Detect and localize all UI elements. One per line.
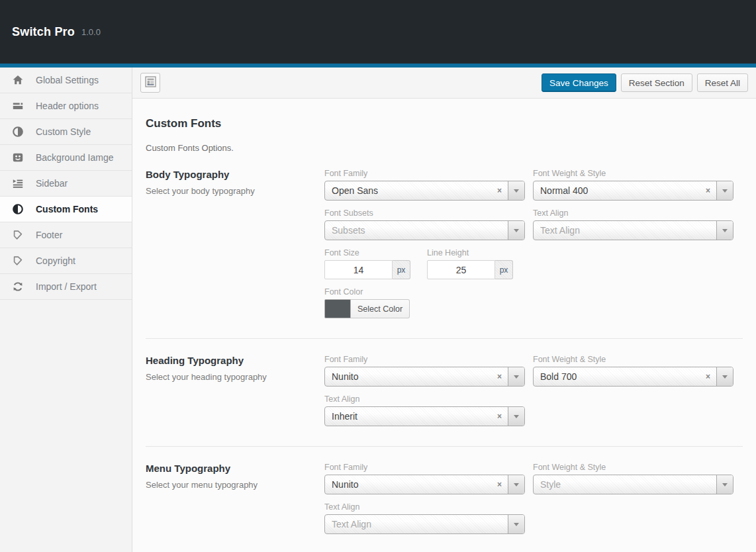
field-label: Font Color	[324, 287, 733, 297]
field-text-align: Text Align Inherit ×	[324, 394, 525, 426]
sidebar-item-header-options[interactable]: Header options	[0, 93, 132, 119]
sidebar-item-label: Footer	[36, 230, 62, 240]
unit-label: px	[393, 260, 410, 279]
select-value: Bold 700	[534, 371, 700, 382]
line-height-input[interactable]	[427, 260, 495, 279]
field-label: Font Size	[324, 248, 410, 257]
chevron-down-icon[interactable]	[716, 475, 733, 494]
field-font-weight: Font Weight & Style Normal 400 ×	[533, 169, 733, 201]
field-label: Font Weight & Style	[533, 355, 733, 364]
select-placeholder: Subsets	[325, 225, 508, 236]
chevron-down-icon[interactable]	[508, 475, 524, 494]
layout-icon	[145, 76, 156, 90]
chevron-down-icon[interactable]	[508, 367, 524, 386]
field-font-weight: Font Weight & Style Bold 700 ×	[533, 355, 733, 387]
field-label: Line Height	[427, 248, 513, 257]
field-label: Font Family	[324, 463, 525, 472]
section-title: Menu Typography	[146, 463, 305, 474]
field-label: Font Subsets	[324, 208, 525, 218]
toolbar: Save Changes Reset Section Reset All	[132, 68, 756, 99]
chevron-down-icon[interactable]	[508, 515, 524, 533]
chevron-down-icon[interactable]	[508, 221, 524, 240]
unit-label: px	[495, 260, 513, 279]
clear-icon[interactable]: ×	[491, 373, 508, 381]
field-text-align: Text Align Text Align	[533, 208, 733, 240]
sidebar-item-global-settings[interactable]: Global Settings	[0, 68, 132, 93]
sidebar-item-copyright[interactable]: Copyright	[0, 248, 132, 274]
font-family-select[interactable]: Open Sans ×	[324, 181, 525, 201]
sidebar-item-label: Copyright	[36, 255, 75, 266]
page-title: Custom Fonts	[146, 117, 743, 130]
field-label: Font Family	[324, 169, 525, 178]
font-family-select[interactable]: Nunito ×	[324, 475, 525, 494]
chevron-down-icon[interactable]	[716, 367, 733, 386]
chevron-down-icon[interactable]	[716, 221, 733, 240]
color-swatch[interactable]	[324, 299, 351, 318]
tag-icon	[11, 228, 24, 242]
sidebar-item-label: Custom Style	[36, 126, 91, 137]
select-value: Nunito	[325, 371, 491, 382]
sidebar-item-background-image[interactable]: Background Iamge	[0, 145, 132, 171]
section-description: Select your menu typography	[146, 480, 305, 490]
layout-toggle-button[interactable]	[140, 73, 160, 93]
text-align-select[interactable]: Text Align	[533, 220, 733, 240]
app-window: Switch Pro 1.0.0 Global Settings Header …	[0, 0, 756, 552]
size-lineheight-row: Font Size px Line Height px	[324, 248, 733, 279]
field-font-color: Font Color Select Color	[324, 287, 733, 318]
font-subsets-select[interactable]: Subsets	[324, 220, 525, 240]
field-line-height: Line Height px	[427, 248, 513, 279]
field-label: Font Weight & Style	[533, 169, 733, 178]
contrast-icon	[11, 203, 24, 216]
select-color-button[interactable]: Select Color	[351, 299, 410, 318]
sidebar-item-label: Custom Fonts	[36, 204, 98, 214]
chevron-down-icon[interactable]	[508, 181, 524, 200]
sidebar-item-label: Import / Export	[36, 281, 97, 292]
field-label: Text Align	[324, 394, 525, 404]
reset-section-button[interactable]: Reset Section	[621, 73, 692, 92]
field-text-align: Text Align Text Align	[324, 502, 525, 534]
refresh-icon	[11, 280, 24, 293]
sidebar-item-custom-style[interactable]: Custom Style	[0, 119, 132, 145]
sidebar-item-sidebar[interactable]: Sidebar	[0, 171, 132, 197]
tag-icon	[11, 254, 24, 267]
field-font-subsets: Font Subsets Subsets	[324, 208, 525, 240]
text-align-select[interactable]: Text Align	[324, 514, 525, 534]
chevron-down-icon[interactable]	[716, 181, 733, 200]
chevron-down-icon[interactable]	[508, 407, 524, 426]
sidebar-item-label: Header options	[36, 101, 99, 111]
clear-icon[interactable]: ×	[491, 187, 508, 195]
field-font-weight: Font Weight & Style Style	[533, 463, 733, 494]
select-value: Normal 400	[534, 185, 700, 196]
section-heading-typography: Heading Typography Select your heading t…	[146, 338, 743, 446]
field-font-family: Font Family Nunito ×	[324, 463, 525, 494]
sidebar-item-custom-fonts[interactable]: Custom Fonts	[0, 197, 132, 222]
home-icon	[11, 73, 24, 87]
field-label: Font Weight & Style	[533, 463, 733, 472]
field-font-family: Font Family Nunito ×	[324, 355, 525, 387]
font-size-input[interactable]	[324, 260, 393, 279]
clear-icon[interactable]: ×	[700, 187, 716, 195]
content-area: Custom Fonts Custom Fonts Options. Body …	[132, 99, 756, 552]
text-align-select[interactable]: Inherit ×	[324, 406, 525, 426]
save-changes-button[interactable]: Save Changes	[542, 73, 616, 92]
select-value: Inherit	[325, 411, 491, 422]
sidebar-item-footer[interactable]: Footer	[0, 222, 132, 248]
section-menu-typography: Menu Typography Select your menu typogra…	[146, 446, 743, 552]
smiley-icon	[11, 151, 24, 164]
brand-header: Switch Pro 1.0.0	[0, 0, 756, 64]
font-family-select[interactable]: Nunito ×	[324, 367, 525, 387]
clear-icon[interactable]: ×	[491, 412, 508, 420]
clear-icon[interactable]: ×	[491, 481, 508, 488]
clear-icon[interactable]: ×	[700, 373, 716, 381]
page-subtitle: Custom Fonts Options.	[146, 143, 743, 153]
field-label: Font Family	[324, 355, 525, 364]
header-icon	[11, 99, 24, 113]
font-weight-select[interactable]: Bold 700 ×	[533, 367, 733, 387]
font-weight-select[interactable]: Normal 400 ×	[533, 181, 733, 201]
section-title: Body Typography	[146, 169, 305, 180]
reset-all-button[interactable]: Reset All	[697, 73, 748, 92]
contrast-icon	[11, 125, 24, 138]
sidebar-item-import-export[interactable]: Import / Export	[0, 274, 132, 300]
section-title: Heading Typography	[146, 355, 305, 366]
font-weight-select[interactable]: Style	[533, 475, 733, 494]
